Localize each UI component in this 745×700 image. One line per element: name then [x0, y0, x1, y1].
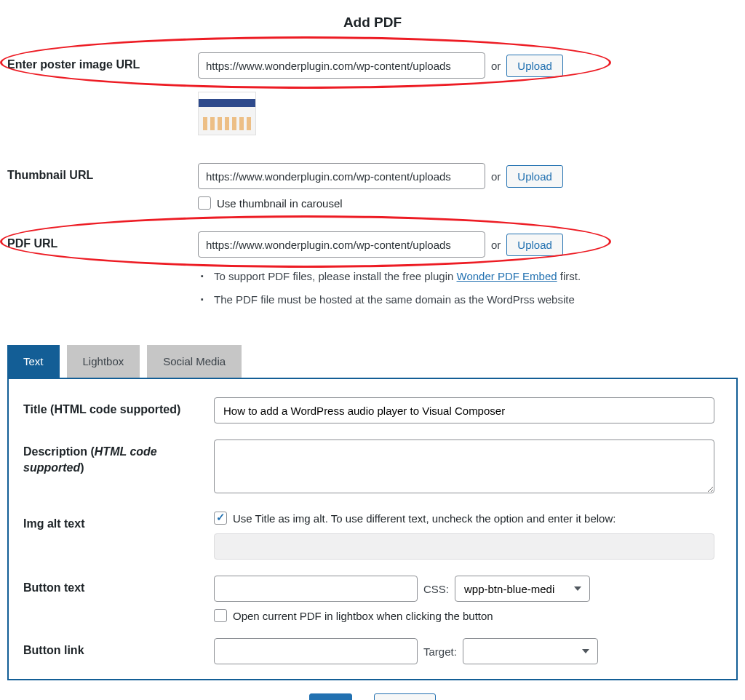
- description-textarea[interactable]: [214, 440, 714, 493]
- use-thumbnail-label: Use thumbnail in carousel: [217, 197, 343, 210]
- or-text: or: [491, 60, 501, 72]
- thumbnail-label: Thumbnail URL: [7, 163, 198, 182]
- tab-text[interactable]: Text: [7, 345, 60, 378]
- pdf-note-1: To support PDF files, please install the…: [214, 268, 738, 285]
- title-input[interactable]: [214, 397, 714, 423]
- tab-social-media[interactable]: Social Media: [147, 345, 242, 378]
- poster-upload-button[interactable]: Upload: [506, 55, 563, 77]
- poster-preview-thumbnail: [198, 92, 256, 135]
- open-pdf-lightbox-label: Open current PDF in lightbox when clicki…: [233, 610, 493, 622]
- use-thumbnail-checkbox[interactable]: [198, 196, 211, 210]
- or-text: or: [491, 170, 501, 183]
- poster-label: Enter poster image URL: [7, 52, 198, 71]
- target-label: Target:: [423, 645, 457, 658]
- cancel-button[interactable]: Cancel: [374, 693, 436, 700]
- poster-url-input[interactable]: [198, 52, 485, 79]
- pdf-url-input[interactable]: [198, 231, 485, 258]
- dialog-title: Add PDF: [7, 15, 738, 31]
- open-pdf-lightbox-checkbox[interactable]: [214, 609, 227, 622]
- description-label: Description (HTML code supported): [23, 440, 214, 477]
- button-text-label: Button text: [23, 576, 214, 596]
- tabs: Text Lightbox Social Media: [7, 345, 738, 378]
- img-alt-input-disabled: [214, 533, 714, 560]
- title-label: Title (HTML code supported): [23, 397, 214, 418]
- target-select[interactable]: [463, 638, 598, 664]
- img-alt-label: Img alt text: [23, 512, 214, 532]
- button-link-label: Button link: [23, 638, 214, 659]
- pdf-note-2: The PDF file must be hosted at the same …: [214, 291, 738, 309]
- use-title-as-alt-label: Use Title as img alt. To use different t…: [233, 512, 615, 525]
- pdf-url-row: PDF URL or Upload To support PDF files, …: [7, 231, 738, 314]
- thumbnail-row: Thumbnail URL or Upload Use thumbnail in…: [7, 163, 738, 210]
- wonder-pdf-embed-link[interactable]: Wonder PDF Embed: [457, 270, 557, 282]
- pdf-url-label: PDF URL: [7, 231, 198, 250]
- button-text-input[interactable]: [214, 576, 418, 602]
- button-link-input[interactable]: [214, 638, 418, 664]
- or-text: or: [491, 239, 501, 251]
- pdf-upload-button[interactable]: Upload: [506, 234, 563, 256]
- use-title-as-alt-checkbox[interactable]: [214, 512, 227, 525]
- css-class-select[interactable]: [455, 576, 590, 602]
- thumbnail-url-input[interactable]: [198, 163, 485, 189]
- thumbnail-upload-button[interactable]: Upload: [506, 165, 563, 188]
- css-label: CSS:: [423, 583, 449, 595]
- tab-lightbox[interactable]: Lightbox: [67, 345, 140, 378]
- poster-row: Enter poster image URL or Upload: [7, 52, 738, 135]
- ok-button[interactable]: OK: [309, 693, 353, 700]
- tab-panel-text: Title (HTML code supported) Description …: [7, 378, 738, 680]
